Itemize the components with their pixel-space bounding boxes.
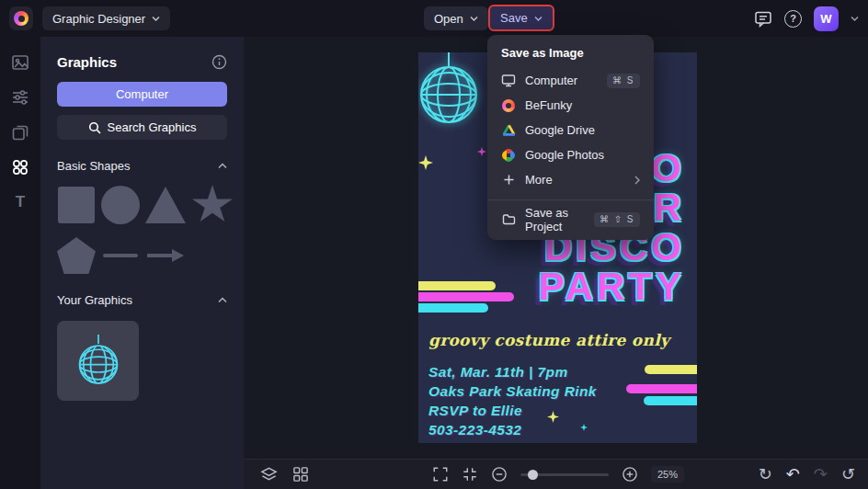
poster-script-text[interactable]: groovy costume attire only [428, 331, 669, 349]
menu-item-befunky[interactable]: BeFunky [487, 93, 654, 118]
open-button[interactable]: Open [424, 6, 488, 30]
your-graphics-label: Your Graphics [57, 293, 132, 307]
history-icon[interactable]: ↺ [841, 466, 855, 483]
save-button[interactable]: Save [488, 5, 554, 31]
poster-details-text[interactable]: Sat, Mar. 11th | 7pm Oaks Park Skating R… [428, 362, 597, 439]
upload-computer-button[interactable]: Computer [57, 82, 227, 107]
zoom-level[interactable]: 25% [651, 466, 684, 483]
search-graphics-button[interactable]: Search Graphics [57, 115, 227, 140]
save-menu-header: Save as Image [487, 45, 654, 68]
panel-title: Graphics [57, 54, 117, 70]
disco-ball-graphic[interactable] [419, 52, 478, 128]
menu-item-computer[interactable]: Computer ⌘ S [487, 68, 654, 93]
your-graphics-disco-ball-thumbnail[interactable] [57, 321, 139, 401]
save-button-label: Save [500, 11, 528, 25]
menu-item-label: Save as Project [525, 206, 585, 233]
shape-line[interactable] [103, 254, 138, 257]
google-photos-icon [501, 149, 516, 162]
menu-item-label: Google Photos [525, 148, 640, 162]
stripe-graphic[interactable] [418, 281, 496, 290]
zoom-slider-knob[interactable] [528, 470, 538, 480]
top-bar: Graphic Designer Open Save ? W [0, 0, 868, 37]
basic-shapes-label: Basic Shapes [57, 159, 131, 173]
rail-templates-icon[interactable] [10, 52, 30, 73]
menu-item-label: Google Drive [525, 123, 640, 137]
app-switcher-button[interactable]: Graphic Designer [42, 6, 170, 30]
zoom-in-icon[interactable] [622, 466, 638, 483]
undo-icon[interactable]: ↶ [786, 466, 800, 483]
menu-divider [487, 199, 654, 200]
shape-triangle[interactable] [145, 187, 186, 223]
shape-square[interactable] [58, 187, 95, 223]
menu-item-google-photos[interactable]: Google Photos [487, 142, 654, 167]
befunky-graphic-designer: Graphic Designer Open Save ? W [0, 0, 868, 489]
computer-monitor-icon [501, 74, 516, 87]
search-icon [88, 121, 101, 134]
info-icon[interactable] [211, 54, 227, 70]
menu-item-google-drive[interactable]: Google Drive [487, 118, 654, 142]
collapse-chevron-up-icon[interactable] [218, 163, 227, 169]
befunky-icon [501, 99, 516, 112]
menu-item-label: BeFunky [525, 98, 640, 112]
chevron-down-icon [152, 16, 160, 21]
menu-item-more[interactable]: More [487, 167, 654, 192]
poster-detail-line: 503-223-4532 [428, 420, 597, 439]
bottom-toolbar: 25% ↻ ↶ ↷ ↺ [244, 459, 868, 489]
shape-pentagon[interactable] [57, 237, 96, 274]
befunky-logo-icon [14, 11, 29, 26]
chevron-right-icon [634, 176, 640, 185]
refresh-icon[interactable]: ↻ [759, 466, 772, 483]
collapse-chevron-up-icon[interactable] [218, 297, 227, 303]
chevron-down-icon [470, 16, 478, 21]
menu-item-label: Computer [525, 74, 598, 87]
feedback-comment-icon[interactable] [754, 10, 772, 28]
shortcut-badge: ⌘ ⇧ S [594, 212, 640, 227]
app-switcher-label: Graphic Designer [52, 12, 145, 26]
rail-graphics-icon[interactable] [10, 157, 30, 177]
fit-to-screen-icon[interactable] [462, 466, 478, 483]
poster-detail-line: Sat, Mar. 11th | 7pm [428, 362, 597, 381]
redo-icon[interactable]: ↷ [814, 466, 828, 483]
chevron-down-icon [534, 16, 542, 21]
top-bar-right: ? W [754, 0, 859, 37]
open-button-label: Open [434, 12, 463, 26]
sparkle-graphic[interactable] [477, 147, 486, 156]
basic-shapes-grid [57, 185, 227, 274]
shape-star[interactable] [191, 185, 234, 225]
shape-arrow[interactable] [147, 249, 184, 262]
disco-ball-icon [77, 335, 120, 388]
graphics-panel: Graphics Computer Search Graphics Basic … [40, 37, 244, 489]
stripe-graphic[interactable] [418, 292, 514, 301]
tool-rail: T [0, 37, 40, 489]
zoom-out-icon[interactable] [491, 466, 508, 483]
poster-detail-line: RSVP to Ellie [428, 401, 597, 420]
rail-text-icon[interactable]: T [10, 192, 30, 212]
layers-icon[interactable] [260, 466, 278, 483]
rail-edit-sliders-icon[interactable] [10, 87, 30, 108]
shape-circle[interactable] [101, 186, 140, 224]
search-graphics-label: Search Graphics [108, 120, 197, 134]
menu-item-save-as-project[interactable]: Save as Project ⌘ ⇧ S [487, 207, 654, 232]
folder-icon [501, 213, 516, 225]
poster-title-line: PARTY [504, 267, 685, 306]
google-drive-icon [501, 124, 516, 136]
help-icon[interactable]: ? [784, 10, 802, 28]
stripe-graphic[interactable] [644, 396, 697, 405]
user-avatar[interactable]: W [814, 6, 839, 31]
account-chevron-down-icon[interactable] [851, 16, 859, 21]
fullscreen-icon[interactable] [432, 466, 449, 483]
stripe-graphic[interactable] [645, 365, 697, 374]
canvas-grid-icon[interactable] [292, 466, 309, 483]
stripe-graphic[interactable] [626, 384, 697, 393]
plus-icon [501, 174, 516, 186]
shortcut-badge: ⌘ S [607, 74, 640, 88]
poster-detail-line: Oaks Park Skating Rink [428, 381, 597, 401]
befunky-logo[interactable] [9, 6, 33, 30]
sparkle-graphic[interactable] [418, 155, 433, 170]
save-dropdown-menu: Save as Image Computer ⌘ S BeFunky [487, 35, 654, 240]
menu-item-label: More [525, 173, 625, 187]
rail-overlays-icon[interactable] [10, 122, 30, 142]
stripe-graphic[interactable] [418, 303, 488, 313]
zoom-slider[interactable] [520, 473, 609, 476]
